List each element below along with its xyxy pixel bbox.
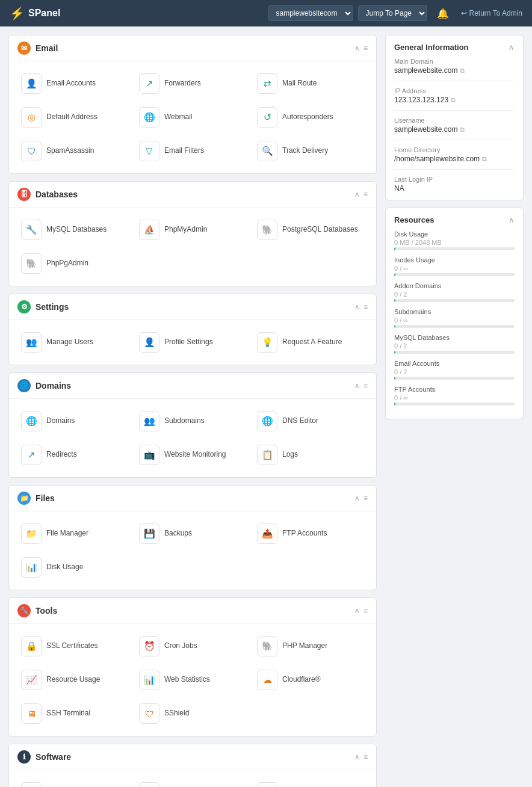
email-accounts-bar (394, 377, 515, 380)
files-card-header: 📁 Files ∧ ≡ (9, 486, 376, 511)
list-item[interactable]: 🌐 Webmail (135, 102, 250, 132)
request-feature-icon: 💡 (257, 332, 277, 353)
web-statistics-icon: 📊 (139, 670, 159, 690)
list-item[interactable]: 🛡 SShield (135, 699, 250, 729)
list-item[interactable]: 📊 Disk Usage (17, 552, 132, 582)
list-item[interactable]: 💡 Request A Feature (253, 327, 368, 357)
postgresql-icon: 🐘 (257, 220, 277, 240)
collapse-general-icon[interactable]: ∧ (509, 43, 515, 52)
list-item[interactable]: 🐘 PHP Manager (253, 631, 368, 661)
list-item[interactable]: ↗ Forwarders (135, 69, 250, 99)
collapse-icon[interactable]: ∧ (354, 606, 360, 615)
list-item[interactable]: ⛵ PhpMyAdmin (135, 215, 250, 245)
notifications-bell-icon[interactable]: 🔔 (437, 8, 449, 19)
list-item[interactable]: ↺ Autoresponders (253, 102, 368, 132)
jump-to-page[interactable]: Jump To Page (358, 5, 427, 21)
collapse-icon[interactable]: ∧ (354, 303, 360, 311)
disk-usage-resource: Disk Usage 0 MB / 2048 MB (394, 230, 515, 250)
last-login-ip-row: Last Login IP NA (394, 176, 515, 193)
mysql-databases-resource: MySQL Databases 0 / 2 (394, 334, 515, 354)
ftp-accounts-resource: FTP Accounts 0 / ∞ (394, 386, 515, 406)
software-card-controls: ∧ ≡ (354, 753, 368, 761)
list-item[interactable]: ⬡ NodeJS Manager (253, 777, 368, 787)
menu-icon[interactable]: ≡ (363, 753, 368, 761)
logs-icon: 📋 (257, 445, 277, 465)
general-info-header: General Information ∧ (394, 43, 515, 52)
list-item[interactable]: 🔧 MySQL Databases (17, 215, 132, 245)
collapse-icon[interactable]: ∧ (354, 494, 360, 502)
menu-icon[interactable]: ≡ (363, 44, 368, 52)
list-item[interactable]: 🔒 SSL Certificates (17, 631, 132, 661)
files-card: 📁 Files ∧ ≡ 📁 File Manager 💾 Backups (8, 485, 377, 590)
phpmyadmin-icon: ⛵ (139, 220, 159, 240)
menu-icon[interactable]: ≡ (363, 303, 368, 311)
list-item[interactable]: ▽ Email Filters (135, 136, 250, 166)
list-item[interactable]: W WordPress Manager (17, 777, 132, 787)
files-items-grid: 📁 File Manager 💾 Backups 📤 FTP Accounts … (17, 519, 368, 582)
list-item[interactable]: 📈 Resource Usage (17, 665, 132, 695)
menu-icon[interactable]: ≡ (363, 190, 368, 199)
list-item[interactable]: 🌐 DNS Editor (253, 406, 368, 436)
collapse-icon[interactable]: ∧ (354, 381, 360, 390)
copy-ip-icon[interactable]: ⧉ (451, 96, 456, 104)
list-item[interactable]: 👤 Profile Settings (135, 327, 250, 357)
collapse-icon[interactable]: ∧ (354, 753, 360, 761)
databases-card-title: 🗄 Databases (17, 188, 78, 201)
tools-card-body: 🔒 SSL Certificates ⏰ Cron Jobs 🐘 PHP Man… (9, 624, 376, 736)
collapse-icon[interactable]: ∧ (354, 190, 360, 199)
list-item[interactable]: 📊 Web Statistics (135, 665, 250, 695)
domains-icon: 🌐 (21, 411, 42, 431)
list-item[interactable]: ◎ Default Address (17, 102, 132, 132)
list-item[interactable]: ⏰ Cron Jobs (135, 631, 250, 661)
menu-icon[interactable]: ≡ (363, 606, 368, 615)
list-item[interactable]: 📁 File Manager (17, 519, 132, 549)
copy-main-domain-icon[interactable]: ⧉ (460, 67, 465, 75)
track-delivery-icon: 🔍 (257, 141, 277, 161)
list-item[interactable]: 📋 Logs (253, 440, 368, 470)
email-accounts-resource: Email Accounts 0 / 2 (394, 360, 515, 380)
list-item[interactable]: ✱ Joomla Manager (135, 777, 250, 787)
webmail-icon: 🌐 (139, 107, 159, 128)
email-card-title: ✉ Email (17, 42, 58, 55)
backups-icon: 💾 (139, 523, 159, 544)
logo-icon: ⚡ (10, 6, 25, 20)
domains-items-grid: 🌐 Domains 👥 Subdomains 🌐 DNS Editor ↗ Re… (17, 406, 368, 470)
list-item[interactable]: 👥 Subdomains (135, 406, 250, 436)
collapse-icon[interactable]: ∧ (354, 44, 360, 52)
databases-card-body: 🔧 MySQL Databases ⛵ PhpMyAdmin 🐘 Postgre… (9, 208, 376, 286)
copy-username-icon[interactable]: ⧉ (460, 126, 465, 134)
subdomains-bar (394, 325, 515, 328)
ip-address-row: IP Address 123.123.123.123 ⧉ (394, 87, 515, 111)
list-item[interactable]: ☁ Cloudflare® (253, 665, 368, 695)
list-item[interactable]: 🐘 PhpPgAdmin (17, 248, 132, 279)
list-item[interactable]: 👥 Manage Users (17, 327, 132, 357)
list-item[interactable]: 💾 Backups (135, 519, 250, 549)
profile-settings-icon: 👤 (139, 332, 159, 353)
domains-card-controls: ∧ ≡ (354, 381, 368, 390)
collapse-resources-icon[interactable]: ∧ (509, 215, 515, 224)
list-item[interactable]: 🛡 SpamAssassin (17, 136, 132, 166)
list-item[interactable]: 👤 Email Accounts (17, 69, 132, 99)
return-to-admin-button[interactable]: ↩ Return To Admin (461, 9, 523, 17)
menu-icon[interactable]: ≡ (363, 381, 368, 390)
list-item[interactable]: 📺 Website Monitoring (135, 440, 250, 470)
files-card-body: 📁 File Manager 💾 Backups 📤 FTP Accounts … (9, 511, 376, 590)
copy-homedir-icon[interactable]: ⧉ (482, 155, 487, 163)
list-item[interactable]: 🌐 Domains (17, 406, 132, 436)
menu-icon[interactable]: ≡ (363, 494, 368, 502)
sshield-icon: 🛡 (139, 703, 159, 724)
mysql-databases-bar (394, 351, 515, 354)
joomla-manager-icon: ✱ (139, 782, 159, 787)
list-item[interactable]: 🖥 SSH Terminal (17, 699, 132, 729)
files-card-controls: ∧ ≡ (354, 494, 368, 502)
settings-card-title: ⚙ Settings (17, 300, 69, 313)
list-item[interactable]: 🔍 Track Delivery (253, 136, 368, 166)
list-item[interactable]: ↗ Redirects (17, 440, 132, 470)
site-selector[interactable]: samplewebsitecom (268, 5, 353, 21)
settings-section-icon: ⚙ (17, 300, 31, 313)
list-item[interactable]: 🐘 PostgreSQL Databases (253, 215, 368, 245)
email-section-icon: ✉ (17, 42, 31, 55)
list-item[interactable]: 📤 FTP Accounts (253, 519, 368, 549)
databases-items-grid: 🔧 MySQL Databases ⛵ PhpMyAdmin 🐘 Postgre… (17, 215, 368, 279)
list-item[interactable]: ⇄ Mail Route (253, 69, 368, 99)
